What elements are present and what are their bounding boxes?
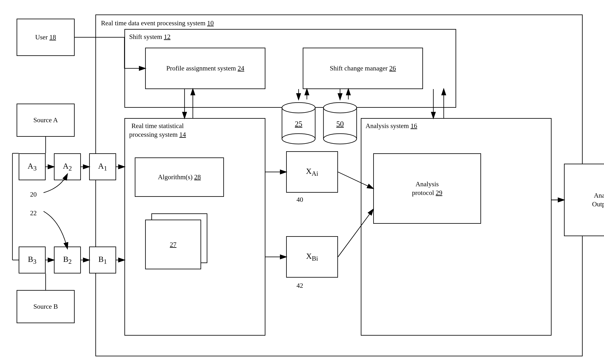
svg-point-6 — [324, 103, 357, 113]
analysis-system-label: Analysis system 16 — [365, 121, 417, 130]
algorithms-label: Algorithm(s) 28 — [158, 173, 201, 182]
a2-label: A2 — [63, 161, 72, 172]
rtsp-label: Real time statisticalprocessing system 1… — [129, 121, 186, 139]
b2-box: B2 — [54, 246, 81, 273]
svg-point-5 — [324, 134, 357, 144]
profile-assignment-box: Profile assignment system 24 — [145, 48, 265, 89]
svg-text:25: 25 — [295, 120, 302, 128]
label-22: 22 — [30, 209, 37, 217]
xai-box: XAi — [286, 151, 338, 193]
profile-assignment-label: Profile assignment system 24 — [166, 64, 244, 73]
shift-change-manager-box: Shift change manager 26 — [303, 48, 423, 89]
analysis-system-box: Analysis system 16 — [361, 118, 552, 336]
source-a-label: Source A — [33, 116, 58, 124]
algorithms-box: Algorithm(s) 28 — [135, 158, 224, 197]
b1-box: B1 — [89, 246, 116, 273]
b2-label: B2 — [63, 255, 72, 265]
b3-box: B3 — [19, 246, 46, 273]
xbi-box: XBi — [286, 236, 338, 278]
b3-label: B3 — [28, 255, 36, 265]
label-40: 40 — [297, 196, 303, 204]
shift-system-label: Shift system 12 — [129, 33, 170, 41]
main-system-label: Real time data event processing system 1… — [101, 19, 214, 27]
analysis-protocol-label: Analysisprotocol 29 — [412, 180, 442, 197]
shift-change-manager-label: Shift change manager 26 — [330, 64, 396, 73]
a3-label: A3 — [27, 161, 37, 172]
svg-point-1 — [282, 134, 315, 144]
analysis-output-label: AnalysisOutput 44 — [592, 191, 604, 208]
source-b-box: Source B — [17, 290, 75, 323]
label-20: 20 — [30, 191, 37, 198]
stacked-27: 27 — [145, 213, 207, 267]
source-a-box: Source A — [17, 104, 75, 137]
user-box: User 18 — [17, 19, 75, 56]
user-label: User 18 — [35, 33, 56, 42]
source-b-label: Source B — [33, 302, 58, 311]
xai-label: XAi — [306, 167, 318, 177]
db25-cylinder: 25 — [280, 99, 317, 145]
analysis-output-box: AnalysisOutput 44 — [564, 164, 604, 236]
svg-point-2 — [282, 103, 315, 113]
a1-label: A1 — [98, 161, 107, 172]
db50-cylinder: 50 — [321, 99, 359, 145]
analysis-protocol-box: Analysisprotocol 29 — [373, 153, 481, 224]
xbi-label: XBi — [306, 252, 318, 262]
b1-label: B1 — [98, 255, 107, 265]
a3-box: A3 — [19, 153, 46, 180]
a2-box: A2 — [54, 153, 81, 180]
label-42: 42 — [297, 282, 303, 290]
svg-text:50: 50 — [336, 120, 344, 128]
a1-box: A1 — [89, 153, 116, 180]
